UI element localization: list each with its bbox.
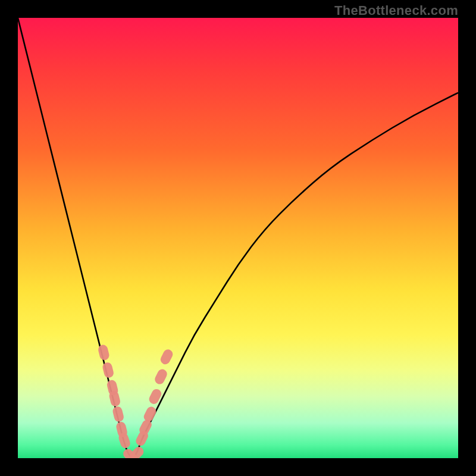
bottleneck-curve	[18, 18, 458, 457]
curve-marker	[142, 405, 158, 423]
watermark-text: TheBottleneck.com	[334, 3, 458, 18]
curve-marker	[112, 405, 125, 422]
curve-marker	[154, 368, 169, 386]
curve-marker	[102, 361, 115, 378]
outer-frame: TheBottleneck.com	[0, 0, 476, 476]
plot-area	[18, 18, 458, 458]
curve-marker	[159, 348, 174, 366]
marker-group	[97, 344, 174, 458]
curve-marker	[97, 344, 110, 361]
chart-svg	[18, 18, 458, 458]
